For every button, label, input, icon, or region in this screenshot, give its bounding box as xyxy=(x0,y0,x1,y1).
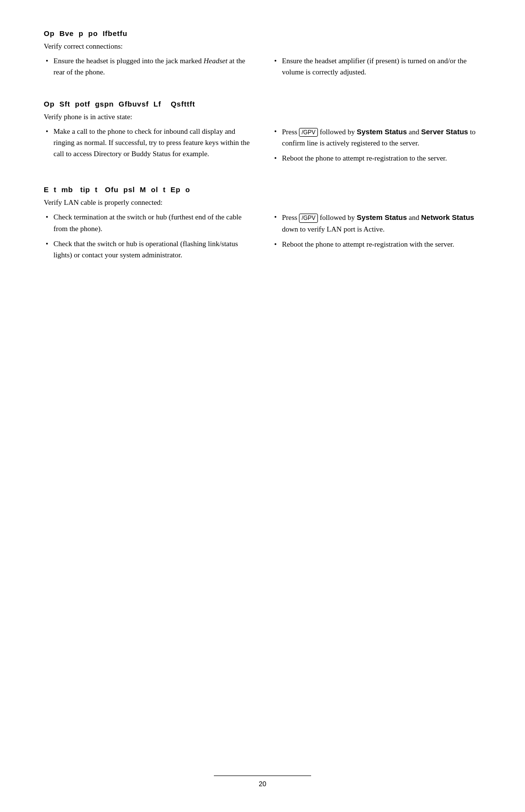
list-item: Press /GPV followed by System Status and… xyxy=(272,126,481,149)
section-phone-intro: Verify phone is in active state: xyxy=(44,113,481,121)
col-lan-left: Check termination at the switch or hub (… xyxy=(44,212,253,265)
list-item: Make a call to the phone to check for in… xyxy=(44,126,253,160)
footer-divider xyxy=(214,776,311,776)
page-content: Op Bve p po Ifbetfu Verify correct conne… xyxy=(44,29,481,265)
section-headset: Op Bve p po Ifbetfu Verify correct conne… xyxy=(44,29,481,82)
network-status-label: Network Status xyxy=(421,213,474,221)
section-lan-heading: E t mb tip t Ofu psl M ol t Ep o xyxy=(44,185,481,194)
list-item: Check that the switch or hub is operatio… xyxy=(44,238,253,261)
section-headset-columns: Ensure the headset is plugged into the j… xyxy=(44,55,481,82)
section-lan-columns: Check termination at the switch or hub (… xyxy=(44,212,481,265)
section-lan: E t mb tip t Ofu psl M ol t Ep o Verify … xyxy=(44,185,481,265)
list-item: Reboot the phone to attempt re-registrat… xyxy=(272,239,481,250)
list-item: Ensure the headset amplifier (if present… xyxy=(272,55,481,78)
page-number: 20 xyxy=(0,780,525,788)
section-headset-intro: Verify correct connections: xyxy=(44,42,481,51)
section-headset-heading: Op Bve p po Ifbetfu xyxy=(44,29,481,37)
section-phone-heading: Op Sft potf gspn Gfbuvsf Lf Qsfttft xyxy=(44,100,481,108)
section-lan-intro: Verify LAN cable is properly connected: xyxy=(44,198,481,207)
key-gpv-badge-2: /GPV xyxy=(299,214,318,223)
page-footer: 20 xyxy=(0,776,525,788)
server-status-label: Server Status xyxy=(421,127,468,136)
section-phone-active: Op Sft potf gspn Gfbuvsf Lf Qsfttft Veri… xyxy=(44,100,481,168)
list-item: Reboot the phone to attempt re-registrat… xyxy=(272,153,481,164)
list-item: Ensure the headset is plugged into the j… xyxy=(44,55,253,78)
key-gpv-badge: /GPV xyxy=(299,128,318,137)
list-item: Check termination at the switch or hub (… xyxy=(44,212,253,235)
col-lan-right: Press /GPV followed by System Status and… xyxy=(272,212,481,265)
system-status-label-2: System Status xyxy=(357,213,407,221)
col-headset-right: Ensure the headset amplifier (if present… xyxy=(272,55,481,82)
col-headset-left: Ensure the headset is plugged into the j… xyxy=(44,55,253,82)
section-phone-columns: Make a call to the phone to check for in… xyxy=(44,126,481,168)
col-phone-right: Press /GPV followed by System Status and… xyxy=(272,126,481,168)
col-phone-left: Make a call to the phone to check for in… xyxy=(44,126,253,168)
list-item: Press /GPV followed by System Status and… xyxy=(272,212,481,235)
system-status-label: System Status xyxy=(357,127,407,136)
